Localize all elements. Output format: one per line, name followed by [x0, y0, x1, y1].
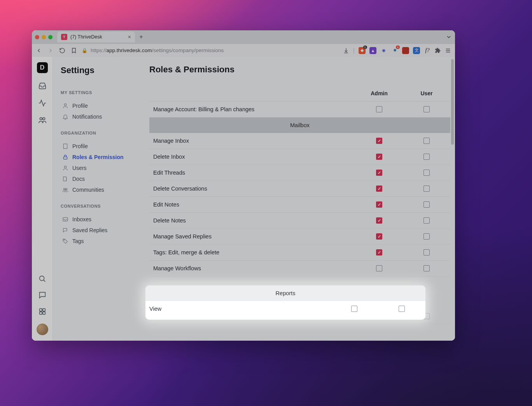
section-my-settings: MY SETTINGS	[61, 90, 135, 95]
svg-rect-7	[39, 309, 42, 311]
ext-translate-icon[interactable]: 文	[413, 47, 420, 54]
app-logo[interactable]: D	[37, 62, 48, 73]
close-tab-icon[interactable]: ×	[128, 34, 131, 40]
tab-title: (7) ThriveDesk	[70, 34, 102, 40]
checkbox-admin[interactable]	[376, 233, 382, 240]
perm-row: Edit Notes	[149, 197, 450, 213]
sidebar-item-profile[interactable]: Profile	[61, 141, 135, 152]
checkbox-user[interactable]	[424, 217, 430, 224]
ext-eye-icon[interactable]: ◉	[380, 47, 387, 54]
bookmark-icon[interactable]	[71, 47, 77, 54]
section-conversations: CONVERSATIONS	[61, 204, 135, 208]
svg-line-6	[44, 280, 45, 282]
checkbox-admin[interactable]	[376, 154, 382, 160]
rail-apps-icon[interactable]	[38, 307, 47, 316]
perm-label: Tags: Edit, merge & delete	[149, 249, 355, 256]
svg-rect-9	[39, 312, 42, 314]
perm-group: Mailbox	[149, 117, 450, 133]
checkbox-admin[interactable]	[376, 249, 382, 256]
checkbox-user[interactable]	[424, 249, 430, 256]
window-maximize[interactable]	[48, 35, 52, 39]
perm-label: Manage Saved Replies	[149, 233, 355, 240]
sidebar-item-label: Profile	[72, 103, 88, 109]
checkbox-admin[interactable]	[376, 170, 382, 176]
checkbox-user[interactable]	[424, 106, 430, 112]
checkbox-admin[interactable]	[376, 265, 382, 271]
ext-gear-icon[interactable]: ✸4	[391, 47, 398, 54]
ext-font-icon[interactable]: f?	[424, 47, 431, 54]
page-title: Roles & Permissions	[149, 65, 450, 75]
sidebar-item-label: Notifications	[72, 114, 102, 120]
perm-label: Edit Notes	[149, 201, 355, 208]
install-icon[interactable]	[343, 47, 349, 54]
rail-activity-icon[interactable]	[38, 99, 47, 107]
checkbox-user[interactable]	[424, 170, 430, 176]
checkbox-admin[interactable]	[376, 217, 382, 224]
checkbox-admin[interactable]	[351, 306, 357, 312]
checkbox-user[interactable]	[399, 306, 405, 312]
sidebar-item-profile[interactable]: Profile	[61, 100, 135, 111]
sidebar-item-label: Docs	[72, 176, 85, 182]
rail-search-icon[interactable]	[38, 275, 47, 283]
sidebar-item-tags[interactable]: Tags	[61, 236, 135, 247]
sidebar-item-label: Roles & Permission	[72, 154, 124, 160]
tabs-dropdown-icon[interactable]	[446, 34, 452, 40]
ext-triangle-icon[interactable]: ▲	[369, 47, 376, 54]
url-field[interactable]: 🔒 https://app.thrivedesk.com/settings/co…	[82, 47, 338, 53]
extensions-puzzle-icon[interactable]	[435, 47, 441, 54]
browser-menu-icon[interactable]	[445, 47, 451, 54]
svg-point-26	[64, 240, 65, 240]
sidebar-item-roles-permission[interactable]: Roles & Permission	[61, 152, 135, 163]
sidebar-item-label: Tags	[72, 238, 84, 244]
reload-icon[interactable]	[59, 47, 65, 54]
perm-row: Manage Inbox	[149, 133, 450, 149]
svg-point-3	[40, 117, 42, 120]
rail-inbox-icon[interactable]	[38, 82, 47, 90]
checkbox-admin[interactable]	[376, 138, 382, 144]
ext-square-icon[interactable]	[402, 47, 409, 54]
nav-forward-icon[interactable]	[47, 47, 54, 54]
perm-row: Manage Workflows	[149, 261, 450, 276]
checkbox-user[interactable]	[424, 201, 430, 208]
user-icon	[62, 103, 68, 109]
svg-point-11	[64, 104, 66, 106]
scrollbar[interactable]	[451, 59, 454, 145]
checkbox-user[interactable]	[424, 265, 430, 271]
new-tab-button[interactable]: +	[137, 33, 145, 41]
browser-tab[interactable]: T (7) ThriveDesk ×	[57, 32, 135, 42]
checkbox-admin[interactable]	[376, 106, 382, 112]
checkbox-user[interactable]	[424, 186, 430, 192]
svg-rect-8	[42, 309, 45, 311]
sidebar-item-label: Inboxes	[72, 216, 91, 222]
svg-rect-12	[63, 144, 67, 149]
extension-icons: | ◆1 ▲ ◉ ✸4 文 f?	[343, 47, 451, 54]
perm-row: Delete Conversations	[149, 181, 450, 197]
sidebar-item-inboxes[interactable]: Inboxes	[61, 214, 135, 225]
highlight-region: Reports View	[145, 285, 425, 320]
sidebar-item-label: Profile	[72, 143, 88, 149]
sidebar-title: Settings	[61, 65, 135, 75]
checkbox-admin[interactable]	[376, 186, 382, 192]
nav-back-icon[interactable]	[36, 47, 42, 54]
sidebar-item-notifications[interactable]: Notifications	[61, 111, 135, 122]
user-avatar[interactable]	[37, 324, 48, 335]
rail-people-icon[interactable]	[38, 116, 47, 124]
sidebar-item-communities[interactable]: Communities	[61, 184, 135, 195]
rail-chat-icon[interactable]	[38, 291, 47, 299]
checkbox-user[interactable]	[424, 138, 430, 144]
favicon-icon: T	[61, 34, 67, 40]
sidebar-item-saved-replies[interactable]: Saved Replies	[61, 225, 135, 236]
bell-icon	[62, 114, 68, 120]
perm-row: Delete Notes	[149, 213, 450, 229]
window-minimize[interactable]	[42, 35, 46, 39]
brave-shield-icon[interactable]: ◆1	[359, 47, 366, 54]
inbox-icon	[62, 216, 68, 222]
checkbox-user[interactable]	[424, 233, 430, 240]
window-close[interactable]	[35, 35, 39, 39]
sidebar-item-users[interactable]: Users	[61, 163, 135, 173]
checkbox-user[interactable]	[424, 154, 430, 160]
perm-label: Manage Inbox	[149, 138, 355, 144]
nav-rail: D	[32, 57, 53, 341]
sidebar-item-docs[interactable]: Docs	[61, 173, 135, 184]
checkbox-admin[interactable]	[376, 201, 382, 208]
